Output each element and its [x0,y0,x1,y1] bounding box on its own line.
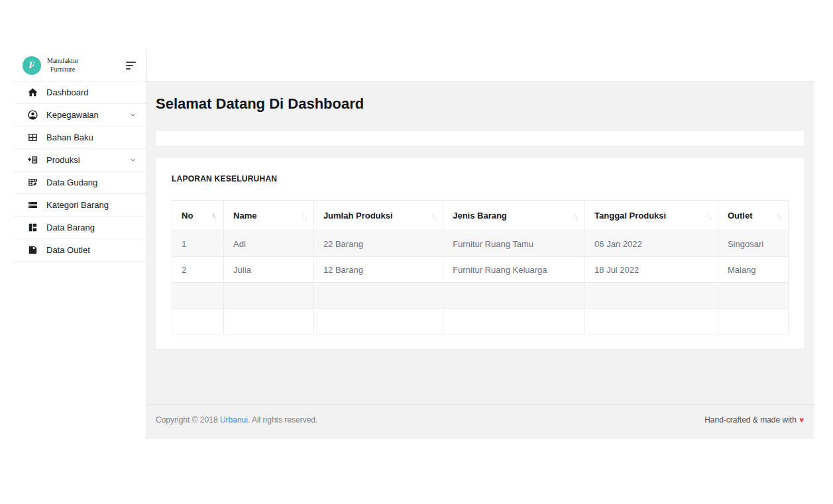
topbar [147,50,814,81]
column-header-tanggal-produksi[interactable]: Tanggal Produksi↑↓ [585,201,718,231]
table-cell [585,283,718,309]
report-table: No↑↓Name↑↓Jumlah Produksi↑↓Jenis Barang↑… [172,200,789,334]
table-row [172,283,789,309]
sidebar-item-label: Data Barang [46,223,95,232]
grid-icon [27,132,38,143]
sort-icon: ↑↓ [431,213,437,219]
sidebar-item-label: Produksi [46,155,80,165]
table-cell [585,309,718,334]
sidebar-item-produksi[interactable]: Produksi [13,149,146,172]
sidebar-item-data-gudang[interactable]: Data Gudang [13,172,146,194]
sort-icon: ↑↓ [302,213,307,219]
report-card: LAPORAN KESELURUHAN No↑↓Name↑↓Jumlah Pro… [156,158,804,349]
sort-icon: ↑↓ [573,213,579,219]
sidebar-item-label: Kategori Barang [46,200,109,210]
sidebar-item-label: Dashboard [46,87,89,97]
table-cell: 18 Jul 2022 [585,257,718,283]
footer-tagline: Hand-crafted & made with♥ [704,415,804,425]
brand-name: Manufaktur Furniture [47,57,78,74]
sidebar-item-kepegawaian[interactable]: Kepegawaian [13,104,146,126]
column-header-name[interactable]: Name↑↓ [224,201,314,231]
sidebar-item-label: Data Gudang [46,177,97,187]
table-cell [313,309,443,334]
table-cell: 22 Barang [313,231,443,257]
sort-icon: ↑↓ [777,213,782,219]
heart-icon: ♥ [799,415,804,425]
table-cell [172,283,224,309]
table-row: 2Julia12 BarangFurnitur Ruang Keluarga18… [172,257,789,283]
sort-icon: ↑↓ [212,213,217,219]
save-box-icon [27,244,38,256]
table-cell: 2 [172,257,224,283]
table-cell: Singosari [718,231,788,257]
table-row: 1Adi22 BarangFurnitur Ruang Tamu06 Jan 2… [172,231,789,257]
table-cell: 1 [172,231,224,257]
menu-lines-icon[interactable] [126,62,136,70]
table-cell [443,309,585,334]
column-header-outlet[interactable]: Outlet↑↓ [718,201,788,231]
stacked-rows-icon [27,199,38,211]
table-edit-icon [27,177,38,188]
table-cell [313,283,443,309]
column-header-jenis-barang[interactable]: Jenis Barang↑↓ [443,201,585,231]
table-header-row: No↑↓Name↑↓Jumlah Produksi↑↓Jenis Barang↑… [172,201,789,231]
table-cell: Furnitur Ruang Tamu [443,231,585,257]
chevron-down-icon [129,111,137,119]
main-panel: Selamat Datang Di Dashboard LAPORAN KESE… [147,50,814,439]
copyright-suffix: . All rights reserved. [248,415,317,425]
footer: Copyright © 2018 Urbanui. All rights res… [147,404,814,439]
chevron-down-icon [129,156,137,164]
sidebar-item-kategori-barang[interactable]: Kategori Barang [13,194,146,217]
home-icon [27,87,38,98]
page-title: Selamat Datang Di Dashboard [156,95,804,112]
table-cell: Julia [224,257,314,283]
tagline-text: Hand-crafted & made with [704,415,797,425]
sidebar-item-label: Bahan Baku [46,132,93,142]
brand-name-line2: Furniture [47,66,78,74]
sidebar-item-bahan-baku[interactable]: Bahan Baku [13,126,146,149]
sidebar-item-data-outlet[interactable]: Data Outlet [13,239,146,262]
table-cell [172,309,224,334]
table-row [172,309,789,334]
table-cell [224,283,314,309]
sidebar-item-dashboard[interactable]: Dashboard [13,81,146,104]
brand-logo-letter: F [28,60,34,71]
account-circle-icon [27,109,38,121]
sidebar-item-label: Kepegawaian [46,110,99,120]
card-title: LAPORAN KESELURUHAN [172,174,789,183]
sidebar-item-label: Data Outlet [46,245,90,255]
breadcrumb-strip [156,131,804,146]
table-cell: 06 Jan 2022 [585,231,718,257]
table-plus-icon [27,154,38,166]
table-cell [718,283,788,309]
brand-name-line1: Manufaktur [47,57,78,66]
table-cell: Furnitur Ruang Keluarga [443,257,585,283]
copyright-prefix: Copyright © 2018 [156,415,220,425]
copyright-text: Copyright © 2018 Urbanui. All rights res… [156,415,317,425]
sidebar-item-data-barang[interactable]: Data Barang [13,217,146,239]
column-header-no[interactable]: No↑↓ [172,201,224,231]
table-cell: Malang [718,257,788,283]
sidebar: F Manufaktur Furniture DashboardKepegawa… [13,50,147,439]
blocks-icon [27,222,38,233]
content-area: Selamat Datang Di Dashboard LAPORAN KESE… [147,81,814,404]
column-header-jumlah-produksi[interactable]: Jumlah Produksi↑↓ [313,201,443,231]
brand-logo-icon: F [23,56,41,75]
brand[interactable]: F Manufaktur Furniture [13,50,146,81]
sidebar-nav: DashboardKepegawaianBahan BakuProduksiDa… [13,81,146,262]
table-cell [443,283,585,309]
table-cell: Adi [224,231,314,257]
sort-icon: ↑↓ [706,213,712,219]
app-window: F Manufaktur Furniture DashboardKepegawa… [13,50,814,439]
table-cell: 12 Barang [313,257,443,283]
table-cell [718,309,788,334]
urbanui-link[interactable]: Urbanui [220,415,248,425]
table-cell [224,309,314,334]
